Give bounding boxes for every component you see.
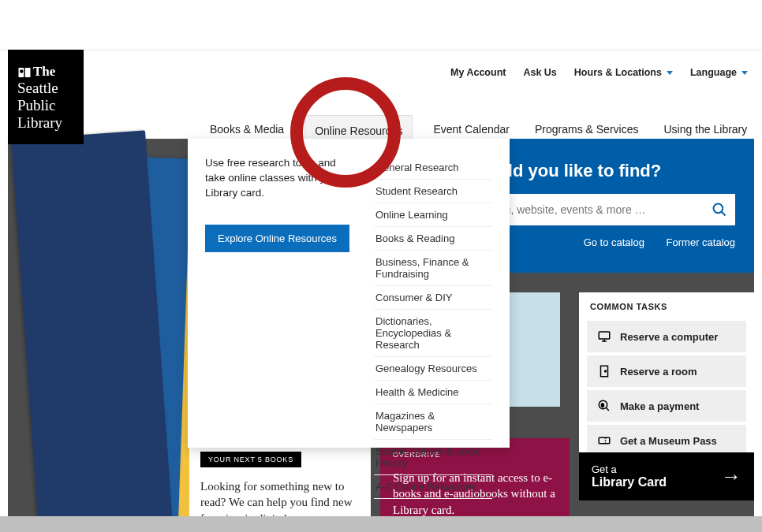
ask-us-link[interactable]: Ask Us <box>523 67 556 78</box>
dropdown-item-az-resources[interactable]: A-Z Online Resources <box>374 475 492 499</box>
arrow-right-icon: → <box>721 464 741 489</box>
dropdown-item-health-medicine[interactable]: Health & Medicine <box>374 381 492 404</box>
dropdown-item-consumer-diy[interactable]: Consumer & DIY <box>374 286 492 310</box>
computer-icon <box>596 329 612 344</box>
card-tag: YOUR NEXT 5 BOOKS <box>200 452 301 467</box>
dropdown-item-seattle-culture[interactable]: Seattle Culture & Local History <box>374 440 492 475</box>
payment-icon: $ <box>596 398 612 414</box>
svg-text:$: $ <box>601 403 604 407</box>
task-reserve-room[interactable]: Reserve a room <box>587 355 746 387</box>
dropdown-item-online-learning[interactable]: Online Learning <box>374 203 492 227</box>
logo-line3: Public <box>17 97 76 114</box>
nav-programs-services[interactable]: Programs & Services <box>530 113 643 145</box>
svg-point-3 <box>714 204 723 214</box>
door-icon <box>596 363 612 379</box>
my-account-link[interactable]: My Account <box>450 67 506 78</box>
dropdown-item-general-research[interactable]: General Research <box>374 156 492 180</box>
logo-line1: The <box>33 64 55 79</box>
task-reserve-computer[interactable]: Reserve a computer <box>587 321 746 352</box>
book-stack-image <box>28 139 194 517</box>
svg-point-0 <box>20 69 24 73</box>
explore-online-resources-button[interactable]: Explore Online Resources <box>205 225 349 252</box>
dropdown-item-dictionaries[interactable]: Dictionaries, Encyclopedias & Research <box>374 310 492 357</box>
svg-point-9 <box>605 370 607 372</box>
dropdown-item-business-finance[interactable]: Business, Finance & Fundraising <box>374 251 492 286</box>
dropdown-list: General Research Student Research Online… <box>374 156 492 437</box>
nav-using-library[interactable]: Using the Library <box>659 113 752 145</box>
ticket-icon <box>596 433 612 448</box>
hours-locations-link[interactable]: Hours & Locations <box>574 67 673 78</box>
dropdown-item-genealogy[interactable]: Genealogy Resources <box>374 357 492 381</box>
logo-line2: Seattle <box>17 80 76 97</box>
dropdown-item-student-research[interactable]: Student Research <box>374 180 492 203</box>
logo-line4: Library <box>17 114 76 132</box>
bottom-bar <box>0 516 762 532</box>
svg-rect-12 <box>599 437 610 444</box>
svg-line-4 <box>722 212 726 216</box>
dropdown-intro: Use free research tools and take online … <box>205 156 355 201</box>
library-card-cta[interactable]: Get a Library Card → <box>579 452 754 500</box>
task-museum-pass[interactable]: Get a Museum Pass <box>587 425 746 456</box>
search-icon[interactable] <box>712 202 727 218</box>
online-resources-dropdown: Use free research tools and take online … <box>188 139 510 448</box>
dropdown-item-magazines[interactable]: Magazines & Newspapers <box>374 404 492 440</box>
chevron-down-icon <box>741 71 748 75</box>
common-tasks-heading: COMMON TASKS <box>579 292 754 318</box>
task-make-payment[interactable]: $ Make a payment <box>587 390 746 422</box>
language-link[interactable]: Language <box>690 67 748 78</box>
go-to-catalog-link[interactable]: Go to catalog <box>584 236 644 248</box>
chevron-down-icon <box>667 71 673 75</box>
utility-nav: My Account Ask Us Hours & Locations Lang… <box>450 67 748 78</box>
dropdown-item-books-reading[interactable]: Books & Reading <box>374 227 492 251</box>
former-catalog-link[interactable]: Former catalog <box>667 236 735 248</box>
logo[interactable]: The Seattle Public Library <box>8 50 84 144</box>
svg-rect-5 <box>599 332 610 339</box>
